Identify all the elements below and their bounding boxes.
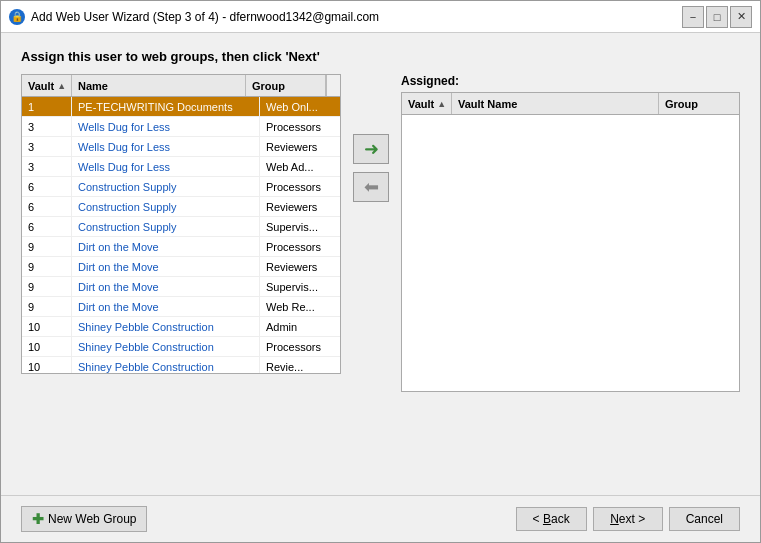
move-right-button[interactable]: ➜: [353, 134, 389, 164]
group-cell: Web Ad...: [260, 157, 340, 176]
group-column-header[interactable]: Group: [246, 75, 326, 96]
name-cell: Wells Dug for Less: [72, 117, 260, 136]
table-row[interactable]: 6Construction SupplyProcessors: [22, 177, 340, 197]
vault-cell: 10: [22, 337, 72, 356]
plus-icon: ✚: [32, 511, 44, 527]
table-row[interactable]: 6Construction SupplySupervis...: [22, 217, 340, 237]
table-row[interactable]: 10Shiney Pebble ConstructionAdmin: [22, 317, 340, 337]
back-button[interactable]: < Back: [516, 507, 587, 531]
vault-cell: 3: [22, 157, 72, 176]
group-cell: Processors: [260, 177, 340, 196]
vault-sort-icon: ▲: [57, 81, 66, 91]
window-controls: − □ ✕: [682, 6, 752, 28]
vault-cell: 9: [22, 237, 72, 256]
name-cell: Dirt on the Move: [72, 277, 260, 296]
name-cell: Construction Supply: [72, 177, 260, 196]
app-icon: 🔒: [9, 9, 25, 25]
source-table-header: Vault ▲ Name Group: [22, 75, 340, 97]
vault-cell: 6: [22, 177, 72, 196]
main-window: 🔒 Add Web User Wizard (Step 3 of 4) - df…: [0, 0, 761, 543]
name-cell: PE-TECHWRITING Documents: [72, 97, 260, 116]
name-cell: Dirt on the Move: [72, 257, 260, 276]
table-row[interactable]: 3Wells Dug for LessWeb Ad...: [22, 157, 340, 177]
minimize-button[interactable]: −: [682, 6, 704, 28]
table-row[interactable]: 9Dirt on the MoveProcessors: [22, 237, 340, 257]
cancel-button[interactable]: Cancel: [669, 507, 740, 531]
vault-cell: 10: [22, 317, 72, 336]
assigned-table: Vault ▲ Vault Name Group: [401, 92, 740, 392]
bottom-bar: ✚ New Web Group < Back Next > Cancel: [1, 495, 760, 542]
title-bar-left: 🔒 Add Web User Wizard (Step 3 of 4) - df…: [9, 9, 379, 25]
group-cell: Reviewers: [260, 197, 340, 216]
title-bar: 🔒 Add Web User Wizard (Step 3 of 4) - df…: [1, 1, 760, 33]
name-cell: Shiney Pebble Construction: [72, 317, 260, 336]
table-row[interactable]: 10Shiney Pebble ConstructionProcessors: [22, 337, 340, 357]
panels-container: Vault ▲ Name Group 1PE-TECHWRITING Docum…: [21, 74, 740, 483]
move-left-button[interactable]: ⬅: [353, 172, 389, 202]
name-cell: Shiney Pebble Construction: [72, 357, 260, 373]
assigned-group-column-header[interactable]: Group: [659, 93, 739, 114]
name-cell: Construction Supply: [72, 217, 260, 236]
group-cell: Processors: [260, 337, 340, 356]
vault-cell: 6: [22, 197, 72, 216]
content-area: Assign this user to web groups, then cli…: [1, 33, 760, 495]
close-button[interactable]: ✕: [730, 6, 752, 28]
group-cell: Revie...: [260, 357, 340, 373]
new-web-group-button[interactable]: ✚ New Web Group: [21, 506, 147, 532]
assigned-table-body[interactable]: [402, 115, 739, 391]
group-cell: Supervis...: [260, 217, 340, 236]
source-table-body[interactable]: 1PE-TECHWRITING DocumentsWeb Onl...3Well…: [22, 97, 340, 373]
source-table: Vault ▲ Name Group 1PE-TECHWRITING Docum…: [21, 74, 341, 374]
left-panel: Vault ▲ Name Group 1PE-TECHWRITING Docum…: [21, 74, 341, 374]
vault-cell: 9: [22, 277, 72, 296]
vault-cell: 1: [22, 97, 72, 116]
assigned-table-header: Vault ▲ Vault Name Group: [402, 93, 739, 115]
name-cell: Wells Dug for Less: [72, 137, 260, 156]
assigned-vault-column-header[interactable]: Vault ▲: [402, 93, 452, 114]
assigned-vault-sort-icon: ▲: [437, 99, 446, 109]
table-row[interactable]: 3Wells Dug for LessProcessors: [22, 117, 340, 137]
vault-cell: 6: [22, 217, 72, 236]
navigation-buttons: < Back Next > Cancel: [516, 507, 740, 531]
name-cell: Construction Supply: [72, 197, 260, 216]
new-web-group-label: New Web Group: [48, 512, 136, 526]
group-cell: Processors: [260, 117, 340, 136]
middle-panel: ➜ ⬅: [341, 74, 401, 202]
vault-cell: 3: [22, 117, 72, 136]
instruction-text: Assign this user to web groups, then cli…: [21, 49, 740, 64]
name-column-header[interactable]: Name: [72, 75, 246, 96]
scrollbar-spacer: [326, 75, 340, 96]
vault-cell: 9: [22, 297, 72, 316]
window-title: Add Web User Wizard (Step 3 of 4) - dfer…: [31, 10, 379, 24]
vault-column-header[interactable]: Vault ▲: [22, 75, 72, 96]
group-cell: Admin: [260, 317, 340, 336]
table-row[interactable]: 9Dirt on the MoveReviewers: [22, 257, 340, 277]
vault-cell: 9: [22, 257, 72, 276]
table-row[interactable]: 6Construction SupplyReviewers: [22, 197, 340, 217]
table-row[interactable]: 9Dirt on the MoveWeb Re...: [22, 297, 340, 317]
group-cell: Web Re...: [260, 297, 340, 316]
group-cell: Web Onl...: [260, 97, 340, 116]
vault-cell: 10: [22, 357, 72, 373]
table-row[interactable]: 10Shiney Pebble ConstructionRevie...: [22, 357, 340, 373]
table-row[interactable]: 1PE-TECHWRITING DocumentsWeb Onl...: [22, 97, 340, 117]
next-button[interactable]: Next >: [593, 507, 663, 531]
name-cell: Wells Dug for Less: [72, 157, 260, 176]
group-cell: Reviewers: [260, 257, 340, 276]
name-cell: Dirt on the Move: [72, 297, 260, 316]
group-cell: Reviewers: [260, 137, 340, 156]
assigned-label: Assigned:: [401, 74, 740, 88]
maximize-button[interactable]: □: [706, 6, 728, 28]
vault-cell: 3: [22, 137, 72, 156]
group-cell: Supervis...: [260, 277, 340, 296]
table-row[interactable]: 9Dirt on the MoveSupervis...: [22, 277, 340, 297]
right-panel: Assigned: Vault ▲ Vault Name Group: [401, 74, 740, 392]
assigned-vault-name-column-header[interactable]: Vault Name: [452, 93, 659, 114]
name-cell: Dirt on the Move: [72, 237, 260, 256]
table-row[interactable]: 3Wells Dug for LessReviewers: [22, 137, 340, 157]
name-cell: Shiney Pebble Construction: [72, 337, 260, 356]
group-cell: Processors: [260, 237, 340, 256]
